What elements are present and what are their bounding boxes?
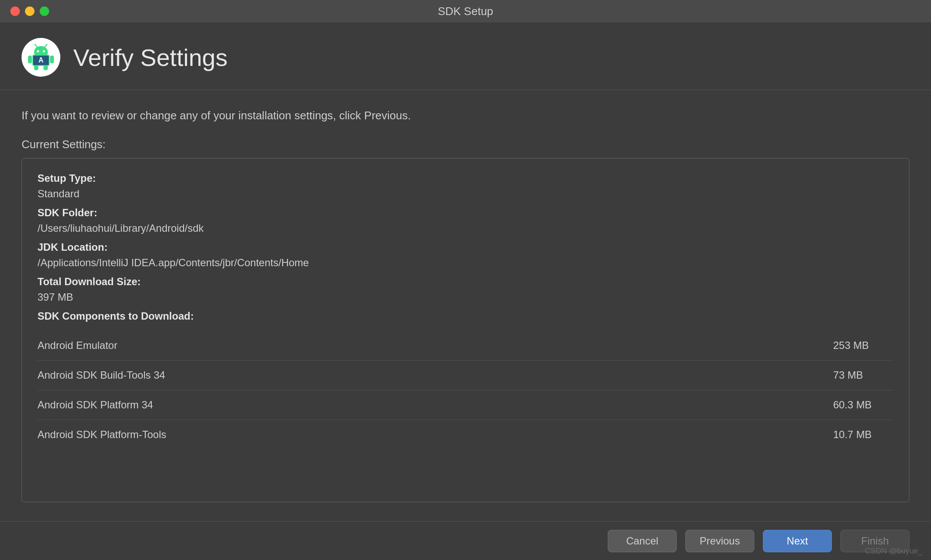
- list-item: Android Emulator253 MB: [37, 331, 894, 361]
- total-download-value: 397 MB: [37, 289, 894, 305]
- svg-rect-9: [44, 65, 48, 70]
- svg-line-5: [45, 44, 47, 47]
- svg-rect-6: [28, 56, 32, 63]
- svg-text:A: A: [38, 56, 44, 64]
- setup-type-value: Standard: [37, 186, 894, 202]
- component-size: 60.3 MB: [833, 399, 894, 411]
- svg-point-3: [43, 50, 45, 53]
- current-settings-label: Current Settings:: [22, 138, 909, 151]
- svg-line-4: [35, 44, 37, 47]
- list-item: Android SDK Build-Tools 3473 MB: [37, 361, 894, 390]
- watermark: CSDN @buyue_: [865, 547, 922, 556]
- sdk-folder-value: /Users/liuhaohui/Library/Android/sdk: [37, 221, 894, 236]
- component-size: 73 MB: [833, 369, 894, 381]
- component-name: Android SDK Build-Tools 34: [37, 369, 833, 381]
- sdk-folder-label: SDK Folder:: [37, 205, 894, 221]
- maximize-button[interactable]: [40, 6, 49, 16]
- list-item: Android SDK Platform-Tools10.7 MB: [37, 420, 894, 449]
- svg-point-2: [37, 50, 39, 53]
- jdk-location-value: /Applications/IntelliJ IDEA.app/Contents…: [37, 255, 894, 271]
- jdk-location-label: JDK Location:: [37, 240, 894, 255]
- setup-type-label: Setup Type:: [37, 171, 894, 186]
- window: SDK Setup A: [0, 0, 931, 560]
- previous-button[interactable]: Previous: [685, 530, 754, 552]
- android-studio-icon: A: [22, 38, 60, 77]
- component-name: Android Emulator: [37, 339, 833, 352]
- svg-rect-7: [50, 56, 54, 63]
- list-item: Android SDK Platform 3460.3 MB: [37, 390, 894, 420]
- component-size: 10.7 MB: [833, 429, 894, 441]
- component-name: Android SDK Platform-Tools: [37, 429, 833, 441]
- description-text: If you want to review or change any of y…: [22, 109, 909, 122]
- content-area: If you want to review or change any of y…: [0, 90, 931, 521]
- close-button[interactable]: [10, 6, 20, 16]
- footer: Cancel Previous Next Finish: [0, 521, 931, 560]
- components-table: Android Emulator253 MBAndroid SDK Build-…: [37, 331, 894, 449]
- window-title: SDK Setup: [438, 5, 494, 18]
- cancel-button[interactable]: Cancel: [608, 530, 677, 552]
- sdk-components-label: SDK Components to Download:: [37, 308, 894, 324]
- traffic-lights: [10, 6, 49, 16]
- svg-rect-8: [34, 65, 38, 70]
- page-title: Verify Settings: [73, 44, 228, 72]
- component-name: Android SDK Platform 34: [37, 399, 833, 411]
- minimize-button[interactable]: [25, 6, 34, 16]
- header-section: A Verify Settings: [0, 22, 931, 90]
- next-button[interactable]: Next: [763, 530, 832, 552]
- component-size: 253 MB: [833, 339, 894, 352]
- settings-box: Setup Type: Standard SDK Folder: /Users/…: [22, 158, 909, 502]
- total-download-label: Total Download Size:: [37, 274, 894, 289]
- titlebar: SDK Setup: [0, 0, 931, 22]
